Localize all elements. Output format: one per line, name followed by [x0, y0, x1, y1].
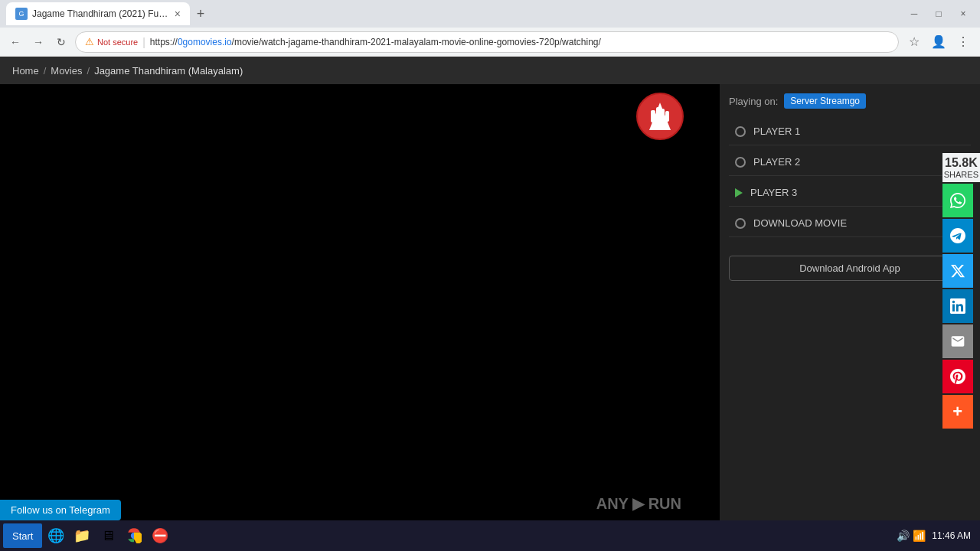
social-sidebar: 15.8K SHARES +	[942, 153, 980, 429]
browser-tab[interactable]: G Jagame Thandhiram (2021) Full Mov... ×	[6, 2, 190, 25]
breadcrumb-movies[interactable]: Movies	[51, 65, 82, 77]
url-separator: |	[142, 36, 145, 48]
url-text: https://0gomovies.io/movie/watch-jagame-…	[150, 37, 889, 47]
url-domain: 0gomovies.io	[178, 37, 232, 47]
url-protocol: https://	[150, 37, 178, 47]
player3-play-icon	[735, 188, 743, 197]
taskbar-clock: 11:46 AM	[932, 530, 971, 541]
close-window-button[interactable]: ×	[952, 6, 974, 21]
svg-rect-5	[665, 111, 669, 122]
breadcrumb: Home / Movies / Jagame Thandhiram (Malay…	[0, 57, 980, 84]
tab-close-icon[interactable]: ×	[175, 8, 181, 20]
tab-favicon: G	[15, 8, 28, 20]
url-path: /movie/watch-jagame-thandhiram-2021-mala…	[232, 37, 601, 47]
main-content: ANY ▶ RUN Playing on: Server Streamgo PL…	[0, 84, 980, 520]
server-badge[interactable]: Server Streamgo	[784, 93, 866, 109]
player-sidebar: Playing on: Server Streamgo PLAYER 1 PLA…	[720, 84, 980, 520]
linkedin-share-button[interactable]	[942, 289, 973, 323]
refresh-button[interactable]: ↻	[52, 33, 70, 51]
player1-label: PLAYER 1	[753, 126, 800, 137]
download-label: DOWNLOAD MOVIE	[753, 217, 847, 229]
svg-rect-2	[651, 110, 655, 122]
telegram-share-button[interactable]	[942, 219, 973, 253]
account-button[interactable]: 👤	[928, 31, 949, 53]
whatsapp-share-button[interactable]	[942, 184, 973, 217]
back-button[interactable]: ←	[6, 33, 24, 51]
taskbar-chrome-icon[interactable]	[122, 523, 146, 548]
start-label: Start	[12, 530, 33, 542]
more-share-button[interactable]: +	[942, 395, 973, 429]
tab-title: Jagame Thandhiram (2021) Full Mov...	[32, 8, 170, 19]
shares-number: 15.8K	[944, 156, 978, 170]
taskbar-sys-icons: 🔊 📶	[897, 530, 926, 542]
pinterest-share-button[interactable]	[942, 360, 973, 393]
adblock-icon	[635, 92, 684, 141]
player3-label: PLAYER 3	[750, 187, 797, 198]
breadcrumb-sep1: /	[44, 65, 47, 77]
taskbar-right: 🔊 📶 11:46 AM	[897, 530, 977, 542]
download-option[interactable]: DOWNLOAD MOVIE	[729, 210, 971, 237]
playing-on-row: Playing on: Server Streamgo	[729, 93, 971, 109]
player2-option[interactable]: PLAYER 2	[729, 148, 971, 176]
video-player[interactable]	[0, 84, 720, 520]
taskbar-media-icon[interactable]: 🖥	[96, 523, 120, 548]
browser-titlebar: G Jagame Thandhiram (2021) Full Mov... ×…	[0, 0, 980, 28]
player3-option[interactable]: PLAYER 3	[729, 179, 971, 207]
download-radio	[735, 218, 746, 229]
taskbar-stop-icon[interactable]: ⛔	[148, 523, 172, 548]
security-label: Not secure	[97, 37, 138, 47]
start-button[interactable]: Start	[3, 523, 42, 548]
url-bar[interactable]: ⚠ Not secure | https://0gomovies.io/movi…	[75, 31, 899, 53]
forward-button[interactable]: →	[29, 33, 47, 51]
breadcrumb-current: Jagame Thandhiram (Malayalam)	[94, 65, 243, 77]
menu-button[interactable]: ⋮	[952, 31, 974, 53]
svg-rect-4	[661, 109, 665, 122]
player2-label: PLAYER 2	[753, 156, 800, 168]
taskbar-explorer-icon[interactable]: 📁	[70, 523, 94, 548]
playing-on-label: Playing on:	[729, 96, 778, 107]
svg-rect-3	[656, 107, 660, 121]
email-share-button[interactable]	[942, 324, 973, 358]
bookmark-button[interactable]: ☆	[903, 31, 925, 53]
breadcrumb-sep2: /	[87, 65, 90, 77]
player1-radio	[735, 126, 746, 137]
new-tab-button[interactable]: +	[190, 3, 211, 24]
network-icon[interactable]: 📶	[913, 530, 926, 542]
shares-label: SHARES	[944, 170, 978, 179]
warning-icon: ⚠	[85, 36, 94, 47]
volume-icon[interactable]: 🔊	[897, 530, 910, 542]
twitter-share-button[interactable]	[942, 254, 973, 288]
toolbar-right: ☆ 👤 ⋮	[903, 31, 974, 53]
anyrun-watermark: ANY ▶ RUN	[596, 494, 681, 513]
maximize-button[interactable]: □	[928, 6, 949, 21]
minimize-button[interactable]: ─	[903, 6, 925, 21]
window-controls: ─ □ ×	[903, 6, 974, 21]
player1-option[interactable]: PLAYER 1	[729, 118, 971, 145]
shares-count: 15.8K SHARES	[942, 153, 980, 182]
android-app-button[interactable]: Download Android App	[729, 256, 971, 281]
anyrun-label: ANY ▶ RUN	[596, 494, 681, 513]
breadcrumb-home[interactable]: Home	[12, 65, 39, 77]
taskbar-ie-icon[interactable]: 🌐	[44, 523, 68, 548]
security-warning: ⚠ Not secure	[85, 36, 138, 47]
player2-radio	[735, 157, 746, 168]
video-player-wrapper: ANY ▶ RUN	[0, 84, 720, 520]
address-bar: ← → ↻ ⚠ Not secure | https://0gomovies.i…	[0, 28, 980, 57]
telegram-follow-banner[interactable]: Follow us on Telegram	[0, 500, 121, 520]
adblock-overlay	[635, 92, 712, 138]
taskbar: Start 🌐 📁 🖥 ⛔ 🔊 📶 11:46 AM	[0, 520, 980, 551]
